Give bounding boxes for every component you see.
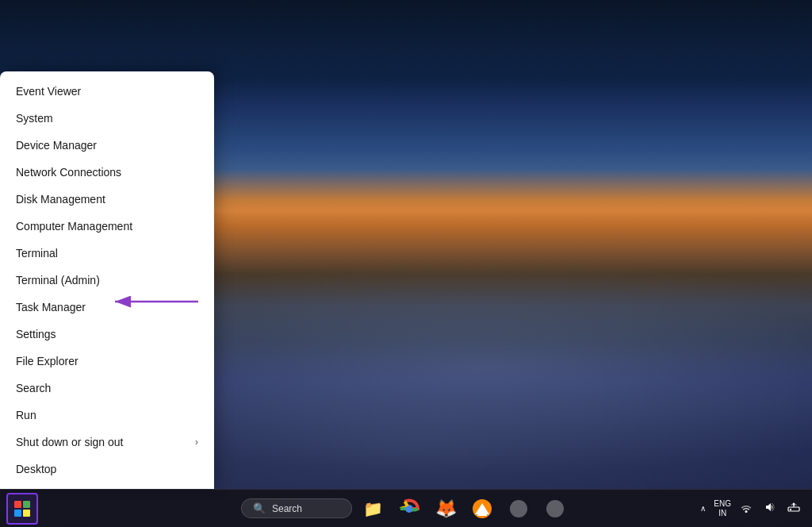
- logo-sq-4: [23, 510, 30, 517]
- taskbar-tray: ∧ ENG IN: [699, 499, 812, 518]
- menu-item-system[interactable]: System: [0, 105, 214, 132]
- taskbar-vlc[interactable]: [466, 493, 498, 525]
- chrome-icon: [399, 498, 419, 519]
- menu-item-shut-down[interactable]: Shut down or sign out ›: [0, 429, 214, 456]
- menu-item-terminal[interactable]: Terminal: [0, 240, 214, 267]
- logo-sq-1: [14, 501, 21, 508]
- taskbar-app-5[interactable]: [503, 493, 534, 525]
- menu-item-file-explorer[interactable]: File Explorer: [0, 348, 214, 375]
- taskbar-chrome[interactable]: [393, 493, 425, 525]
- submenu-arrow-icon: ›: [195, 437, 198, 448]
- svg-point-7: [546, 500, 564, 517]
- taskbar-center: 🔍 Search 📁 🦊: [241, 493, 571, 525]
- menu-item-computer-management[interactable]: Computer Management: [0, 213, 214, 240]
- taskbar-search-label: Search: [272, 503, 302, 514]
- windows-logo-icon: [14, 501, 30, 517]
- search-icon: 🔍: [253, 502, 266, 514]
- svg-point-2: [406, 506, 412, 512]
- app6-icon: [545, 498, 565, 519]
- svg-rect-9: [790, 509, 791, 510]
- taskbar-search-bar[interactable]: 🔍 Search: [241, 498, 352, 518]
- taskbar-app-6[interactable]: [539, 493, 571, 525]
- menu-item-network-connections[interactable]: Network Connections: [0, 159, 214, 186]
- taskbar: 🔍 Search 📁 🦊: [0, 489, 812, 527]
- menu-item-disk-management[interactable]: Disk Management: [0, 186, 214, 213]
- logo-sq-2: [23, 501, 30, 508]
- menu-item-task-manager[interactable]: Task Manager: [0, 294, 214, 321]
- menu-item-search[interactable]: Search: [0, 375, 214, 402]
- taskbar-left: [0, 493, 38, 525]
- language-indicator[interactable]: ENG IN: [714, 499, 731, 518]
- menu-item-desktop[interactable]: Desktop: [0, 456, 214, 483]
- menu-item-event-viewer[interactable]: Event Viewer: [0, 78, 214, 105]
- network-icon[interactable]: [785, 499, 802, 517]
- menu-item-device-manager[interactable]: Device Manager: [0, 132, 214, 159]
- tray-expand-icon[interactable]: ∧: [699, 502, 707, 514]
- folder-icon: 📁: [363, 499, 383, 518]
- firefox-icon: 🦊: [435, 498, 457, 519]
- volume-icon[interactable]: [761, 499, 779, 517]
- taskbar-firefox[interactable]: 🦊: [430, 493, 462, 525]
- wifi-icon[interactable]: [737, 499, 755, 517]
- svg-point-6: [510, 500, 527, 517]
- menu-item-terminal-admin[interactable]: Terminal (Admin): [0, 267, 214, 294]
- start-button[interactable]: [6, 493, 38, 525]
- menu-item-settings[interactable]: Settings: [0, 321, 214, 348]
- vlc-icon: [472, 498, 492, 519]
- app5-icon: [508, 498, 529, 519]
- menu-item-run[interactable]: Run: [0, 402, 214, 429]
- context-menu: Event Viewer System Device Manager Netwo…: [0, 71, 214, 489]
- logo-sq-3: [14, 510, 21, 517]
- svg-rect-5: [477, 514, 487, 516]
- taskbar-file-explorer[interactable]: 📁: [357, 493, 389, 525]
